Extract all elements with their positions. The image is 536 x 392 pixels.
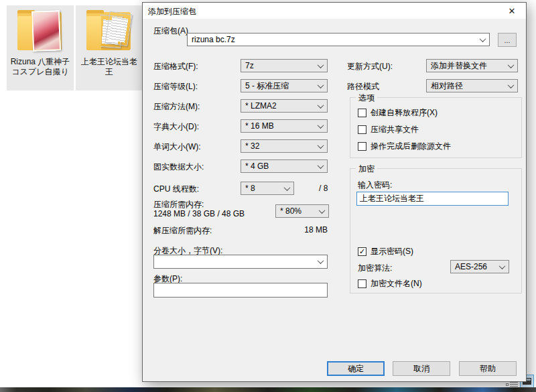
folder-label-line1: 上老王论坛当老 xyxy=(81,57,137,67)
format-label: 压缩格式(F): xyxy=(153,61,198,72)
chevron-down-icon xyxy=(318,257,324,264)
checkbox[interactable] xyxy=(358,109,366,117)
sfx-checkbox-label: 创建自释放程序(X) xyxy=(371,107,438,119)
folder-front xyxy=(17,16,32,50)
delete-after-checkbox-label: 操作完成后删除源文件 xyxy=(371,141,451,152)
encryption-group-title: 加密 xyxy=(356,164,377,175)
show-password-checkbox-row[interactable]: ✓ 显示密码(S) xyxy=(358,246,413,257)
dictionary-label: 字典大小(D): xyxy=(153,121,199,133)
folder-label: 上老王论坛当老 王 xyxy=(81,57,137,77)
shared-files-checkbox-label: 压缩共享文件 xyxy=(371,124,419,135)
word-size-label: 单词大小(W): xyxy=(153,141,201,153)
level-combobox[interactable]: 5 - 标准压缩 xyxy=(241,79,328,92)
chevron-down-icon xyxy=(318,122,324,129)
encryption-method-label: 加密算法: xyxy=(358,263,392,274)
chevron-down-icon xyxy=(508,62,515,68)
folder-label-line2: 王 xyxy=(81,67,137,77)
split-volume-combobox[interactable] xyxy=(153,255,328,269)
update-mode-value: 添加并替换文件 xyxy=(431,60,487,72)
checkbox[interactable] xyxy=(358,125,366,134)
format-combobox[interactable]: 7z xyxy=(241,59,328,72)
level-label: 压缩等级(L): xyxy=(153,81,198,92)
documents-folder-icon xyxy=(83,10,135,53)
path-mode-value: 相对路径 xyxy=(431,80,463,92)
encryption-method-value: AES-256 xyxy=(455,262,487,271)
chevron-down-icon xyxy=(284,184,291,191)
photo-folder-icon xyxy=(14,10,66,53)
chevron-down-icon xyxy=(318,62,324,68)
chevron-down-icon xyxy=(499,263,506,269)
chevron-down-icon xyxy=(508,82,515,88)
details-view-lines xyxy=(510,382,518,387)
password-input[interactable] xyxy=(356,192,509,206)
browse-button[interactable]: ... xyxy=(498,33,517,47)
checkbox[interactable] xyxy=(358,142,366,151)
path-mode-label: 路径模式 xyxy=(347,81,379,92)
encryption-group: 加密 输入密码: ✓ 显示密码(S) 加密算法: AES-256 加密文件名(N… xyxy=(350,168,522,293)
chevron-down-icon xyxy=(318,102,324,109)
solid-block-label: 固实数据大小: xyxy=(153,161,204,173)
memory-compress-value: 1248 MB / 38 GB / 48 GB xyxy=(153,209,245,218)
show-password-checkbox-label: 显示密码(S) xyxy=(371,246,413,257)
chevron-down-icon xyxy=(319,207,326,214)
solid-block-value: * 4 GB xyxy=(245,161,269,171)
method-label: 压缩方法(M): xyxy=(153,101,200,113)
memory-percent-value: * 80% xyxy=(280,206,302,216)
memory-decompress-label: 解压缩所需内存: xyxy=(153,225,212,237)
ok-button[interactable]: 确定 xyxy=(327,361,385,376)
cpu-threads-value: * 8 xyxy=(245,184,255,193)
folder-label: Rizuna 八重神子 コスプレ自撮り xyxy=(11,57,70,77)
cpu-threads-max: / 8 xyxy=(319,184,328,193)
word-size-value: * 32 xyxy=(245,141,259,151)
method-combobox[interactable]: * LZMA2 xyxy=(241,99,328,113)
help-button[interactable]: 帮助 xyxy=(459,361,517,376)
chevron-down-icon xyxy=(318,162,324,169)
cpu-threads-label: CPU 线程数: xyxy=(153,184,199,195)
chevron-down-icon xyxy=(480,36,486,42)
update-mode-label: 更新方式(U): xyxy=(347,61,393,72)
add-to-archive-dialog: 添加到压缩包 ✕ 压缩包(A) rizuna bc.7z ... 压缩格式(F)… xyxy=(142,2,527,382)
dictionary-combobox[interactable]: * 16 MB xyxy=(241,119,328,133)
checkbox[interactable] xyxy=(358,279,366,288)
encrypt-filenames-checkbox-row[interactable]: 加密文件名(N) xyxy=(358,278,422,289)
word-size-combobox[interactable]: * 32 xyxy=(241,139,328,153)
folder-label-line1: Rizuna 八重神子 xyxy=(11,57,70,67)
chevron-down-icon xyxy=(318,82,324,88)
folder-front xyxy=(86,16,101,50)
close-icon[interactable]: ✕ xyxy=(498,3,526,19)
checkbox-checked[interactable]: ✓ xyxy=(358,247,366,256)
dialog-titlebar[interactable]: 添加到压缩包 ✕ xyxy=(143,3,526,19)
details-view-square xyxy=(506,383,509,386)
memory-decompress-value: 18 MB xyxy=(304,225,328,235)
level-value: 5 - 标准压缩 xyxy=(245,80,289,92)
screen: { "colors": { "accent": "#0078d7", "dial… xyxy=(0,0,536,392)
shared-files-checkbox-row[interactable]: 压缩共享文件 xyxy=(358,124,419,135)
cpu-threads-combobox[interactable]: * 8 xyxy=(241,182,294,195)
delete-after-checkbox-row[interactable]: 操作完成后删除源文件 xyxy=(358,141,451,152)
solid-block-combobox[interactable]: * 4 GB xyxy=(241,159,328,173)
memory-percent-combobox[interactable]: * 80% xyxy=(275,204,329,218)
dictionary-value: * 16 MB xyxy=(245,121,274,131)
folder-icon-laowang[interactable]: 上老王论坛当老 王 xyxy=(76,5,143,90)
cancel-button[interactable]: 取消 xyxy=(393,361,450,376)
archive-name-label: 压缩包(A) xyxy=(153,25,188,37)
archive-name-combobox[interactable]: rizuna bc.7z xyxy=(187,33,490,46)
update-mode-combobox[interactable]: 添加并替换文件 xyxy=(426,59,518,72)
path-mode-combobox[interactable]: 相对路径 xyxy=(426,79,518,92)
folder-icon-rizuna[interactable]: Rizuna 八重神子 コスプレ自撮り xyxy=(7,5,74,90)
sfx-checkbox-row[interactable]: 创建自释放程序(X) xyxy=(358,107,438,119)
parameters-input[interactable] xyxy=(153,283,328,298)
options-group-title: 选项 xyxy=(356,92,377,104)
archive-name-value: rizuna bc.7z xyxy=(192,35,235,44)
password-label: 输入密码: xyxy=(358,180,392,191)
options-group: 选项 创建自释放程序(X) 压缩共享文件 操作完成后删除源文件 xyxy=(350,97,522,158)
dialog-title: 添加到压缩包 xyxy=(148,6,196,17)
encryption-method-combobox[interactable]: AES-256 xyxy=(450,260,509,273)
format-value: 7z xyxy=(245,61,254,70)
method-value: * LZMA2 xyxy=(245,101,277,111)
chevron-down-icon xyxy=(318,142,324,149)
image-thumbnail-strip xyxy=(0,387,536,392)
photo-preview xyxy=(31,10,61,51)
folder-label-line2: コスプレ自撮り xyxy=(11,67,70,77)
encrypt-filenames-checkbox-label: 加密文件名(N) xyxy=(371,278,422,289)
